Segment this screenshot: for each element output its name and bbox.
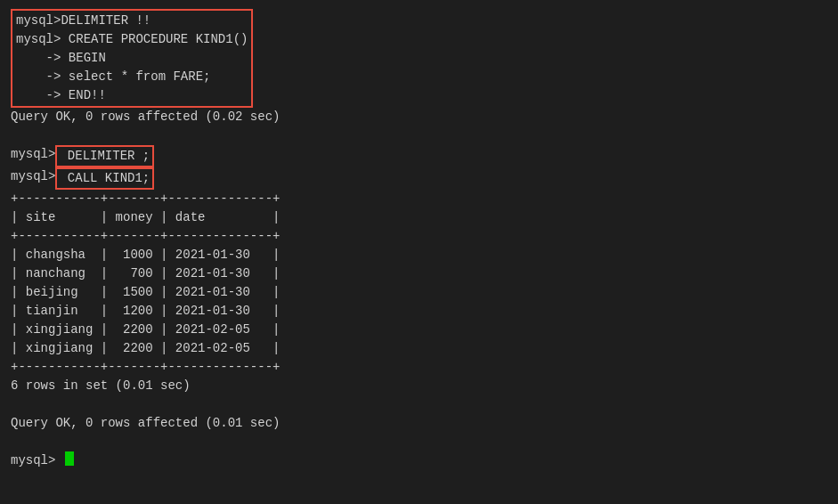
table-sep-top: +-----------+-------+--------------+ xyxy=(11,190,827,208)
final-prompt: mysql> xyxy=(11,451,55,470)
line-begin: -> BEGIN xyxy=(16,49,248,68)
table-row-nanchang: | nanchang | 700 | 2021-01-30 | xyxy=(11,264,827,283)
table-row-xingjiang-2: | xingjiang | 2200 | 2021-02-05 | xyxy=(11,339,827,358)
prompt-4: -> xyxy=(16,68,61,86)
terminal: mysql>DELIMITER !! mysql> CREATE PROCEDU… xyxy=(11,9,827,470)
table-header: | site | money | date | xyxy=(11,208,827,227)
cmd-select: select * from FARE; xyxy=(61,68,210,86)
call-block: mysql> DELIMITER ; mysql> CALL KIND1; xyxy=(11,145,827,190)
cmd-call-box: CALL KIND1; xyxy=(55,167,154,190)
table-sep-header: +-----------+-------+--------------+ xyxy=(11,227,827,246)
line-delimiter-bang: mysql>DELIMITER !! xyxy=(16,12,248,30)
prompt-5: -> xyxy=(16,86,61,105)
empty-line-3 xyxy=(11,433,827,451)
table-row-xingjiang-1: | xingjiang | 2200 | 2021-02-05 | xyxy=(11,321,827,339)
cmd-delimiter-semi-box: DELIMITER ; xyxy=(55,145,154,167)
procedure-block: mysql>DELIMITER !! mysql> CREATE PROCEDU… xyxy=(11,9,253,108)
prompt-3: -> xyxy=(16,49,61,68)
cursor-space xyxy=(57,451,64,470)
prompt-2: mysql> xyxy=(16,30,61,49)
prompt-7: mysql> xyxy=(11,167,55,186)
query-ok-1: Query OK, 0 rows affected (0.02 sec) xyxy=(11,108,827,126)
line-end: -> END!! xyxy=(16,86,248,105)
empty-line-2 xyxy=(11,395,827,414)
table-row-changsha: | changsha | 1000 | 2021-01-30 | xyxy=(11,246,827,264)
table-sep-bottom: +-----------+-------+--------------+ xyxy=(11,358,827,377)
cmd-delimiter-bang: DELIMITER !! xyxy=(61,12,151,30)
table-row-beijing: | beijing | 1500 | 2021-01-30 | xyxy=(11,283,827,302)
cmd-create-procedure: CREATE PROCEDURE KIND1() xyxy=(61,30,248,49)
query-ok-2: Query OK, 0 rows affected (0.01 sec) xyxy=(11,414,827,433)
line-call: mysql> CALL KIND1; xyxy=(11,167,827,190)
prompt-6: mysql> xyxy=(11,145,55,164)
prompt-1: mysql> xyxy=(16,12,61,30)
final-prompt-line: mysql> xyxy=(11,451,827,470)
terminal-cursor xyxy=(65,451,74,466)
procedure-box: mysql>DELIMITER !! mysql> CREATE PROCEDU… xyxy=(11,9,253,108)
line-create-procedure: mysql> CREATE PROCEDURE KIND1() xyxy=(16,30,248,49)
empty-line-1 xyxy=(11,126,827,145)
line-delimiter-semi: mysql> DELIMITER ; xyxy=(11,145,827,167)
cmd-end: END!! xyxy=(61,86,105,105)
cmd-begin: BEGIN xyxy=(61,49,105,68)
table-row-tianjin: | tianjin | 1200 | 2021-01-30 | xyxy=(11,302,827,321)
rows-result: 6 rows in set (0.01 sec) xyxy=(11,377,827,395)
line-select: -> select * from FARE; xyxy=(16,68,248,86)
